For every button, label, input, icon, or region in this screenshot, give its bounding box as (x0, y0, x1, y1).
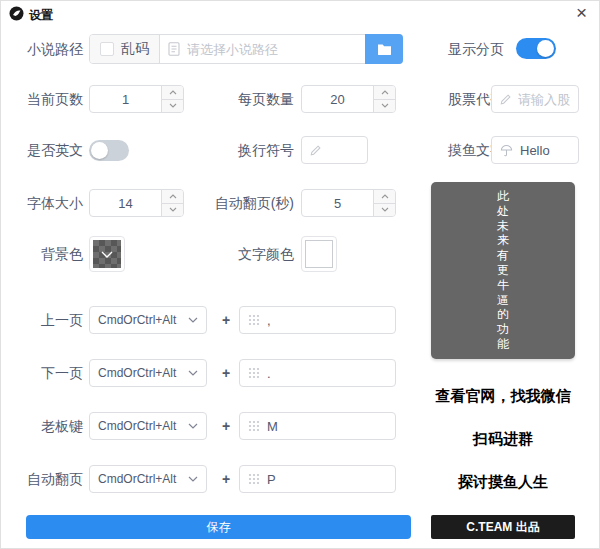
keypad-icon (248, 314, 260, 326)
chevron-up-icon[interactable] (162, 86, 183, 99)
chevron-up-icon[interactable] (374, 190, 395, 203)
spinner-handles (373, 190, 395, 216)
browse-folder-button[interactable] (365, 34, 403, 64)
auto-flip-key-input-wrap (239, 465, 396, 493)
team-credit-button[interactable]: C.TEAM 出品 (431, 515, 575, 539)
prev-page-modifier-select[interactable]: CmdOrCtrl+Alt (89, 306, 207, 334)
novel-path-group: 乱码 (89, 34, 403, 64)
auto-flip-seconds-label: 自动翻页(秒) (191, 189, 294, 217)
font-size-value[interactable] (90, 190, 161, 216)
current-page-spinner (89, 85, 184, 113)
next-page-key-field[interactable] (267, 366, 387, 381)
page-size-label: 每页数量 (191, 85, 294, 113)
keypad-icon (248, 420, 260, 432)
chevron-down-icon (188, 317, 198, 323)
next-page-key-input-wrap (239, 359, 396, 387)
edit-icon (310, 145, 321, 156)
plus-separator: + (214, 465, 238, 493)
boss-key-field[interactable] (267, 419, 387, 434)
prev-page-key-input-wrap (239, 306, 396, 334)
auto-flip-key-field[interactable] (267, 472, 387, 487)
toggle-knob (91, 142, 108, 159)
boss-key-modifier-select[interactable]: CmdOrCtrl+Alt (89, 412, 207, 440)
page-size-spinner (301, 85, 396, 113)
prev-page-key-field[interactable] (267, 313, 387, 328)
font-size-label: 字体大小 (1, 189, 83, 217)
chevron-up-icon[interactable] (374, 86, 395, 99)
text-color-swatch (305, 240, 333, 268)
chevron-up-icon[interactable] (162, 190, 183, 203)
current-page-label: 当前页数 (1, 85, 83, 113)
background-color-swatch (93, 240, 121, 268)
moyu-text-input-wrap (491, 136, 579, 164)
boss-key-input-wrap (239, 412, 396, 440)
moyu-text-input[interactable] (520, 143, 570, 158)
auto-flip-modifier-select[interactable]: CmdOrCtrl+Alt (89, 465, 207, 493)
text-color-picker[interactable] (301, 236, 337, 272)
chevron-down-icon (188, 370, 198, 376)
chevron-down-icon[interactable] (162, 99, 183, 113)
garbled-label: 乱码 (121, 40, 149, 58)
is-english-toggle[interactable] (89, 140, 129, 161)
document-icon (168, 42, 180, 56)
background-color-picker[interactable] (89, 236, 125, 272)
background-color-label: 背景色 (1, 236, 83, 272)
stock-code-input[interactable] (518, 92, 570, 107)
page-size-value[interactable] (302, 86, 373, 112)
line-break-input-wrap (301, 136, 368, 164)
modifier-value: CmdOrCtrl+Alt (98, 419, 176, 433)
umbrella-icon (500, 144, 513, 157)
garbled-checkbox[interactable] (100, 42, 114, 56)
plus-separator: + (214, 412, 238, 440)
spinner-handles (373, 86, 395, 112)
chevron-down-icon (188, 423, 198, 429)
novel-path-input-wrap (160, 35, 366, 63)
folder-icon (377, 43, 392, 56)
show-pagination-toggle[interactable] (516, 38, 556, 59)
line-break-label: 换行符号 (191, 136, 294, 164)
window-title: 设置 (29, 7, 53, 24)
future-features-box: 此处未来有更牛逼的功能 (431, 182, 575, 359)
modifier-value: CmdOrCtrl+Alt (98, 366, 176, 380)
next-page-modifier-select[interactable]: CmdOrCtrl+Alt (89, 359, 207, 387)
keypad-icon (248, 367, 260, 379)
modifier-value: CmdOrCtrl+Alt (98, 313, 176, 327)
font-size-spinner (89, 189, 184, 217)
promo-line-life: 探讨摸鱼人生 (421, 473, 585, 492)
chevron-down-icon[interactable] (374, 203, 395, 217)
line-break-input[interactable] (328, 143, 359, 158)
is-english-label: 是否英文 (1, 136, 83, 164)
future-features-text: 此处未来有更牛逼的功能 (496, 189, 510, 359)
promo-line-website: 查看官网，找我微信 (421, 387, 585, 406)
stock-code-input-wrap (491, 85, 579, 113)
plus-separator: + (214, 306, 238, 334)
next-page-label: 下一页 (1, 359, 83, 387)
edit-icon (500, 94, 511, 105)
app-logo-icon (9, 6, 24, 21)
close-icon[interactable]: × (576, 2, 587, 24)
auto-flip-value[interactable] (302, 190, 373, 216)
novel-path-input[interactable] (187, 42, 358, 57)
modifier-value: CmdOrCtrl+Alt (98, 472, 176, 486)
auto-flip-shortcut-label: 自动翻页 (1, 465, 83, 493)
spinner-handles (161, 190, 183, 216)
title-bar: 设置 × (1, 1, 599, 27)
text-color-label: 文字颜色 (191, 236, 294, 272)
settings-window: 设置 × 小说路径 乱码 显示分页 当前页数 每页数量 (0, 0, 600, 549)
promo-line-scan: 扫码进群 (421, 430, 585, 449)
plus-separator: + (214, 359, 238, 387)
save-button[interactable]: 保存 (26, 515, 411, 539)
current-page-value[interactable] (90, 86, 161, 112)
chevron-down-icon (188, 476, 198, 482)
novel-path-label: 小说路径 (1, 34, 83, 64)
keypad-icon (248, 473, 260, 485)
boss-key-label: 老板键 (1, 412, 83, 440)
prev-page-label: 上一页 (1, 306, 83, 334)
garbled-checkbox-group[interactable]: 乱码 (90, 35, 160, 63)
spinner-handles (161, 86, 183, 112)
toggle-knob (537, 40, 554, 57)
auto-flip-spinner (301, 189, 396, 217)
chevron-down-icon[interactable] (162, 203, 183, 217)
chevron-down-icon[interactable] (374, 99, 395, 113)
